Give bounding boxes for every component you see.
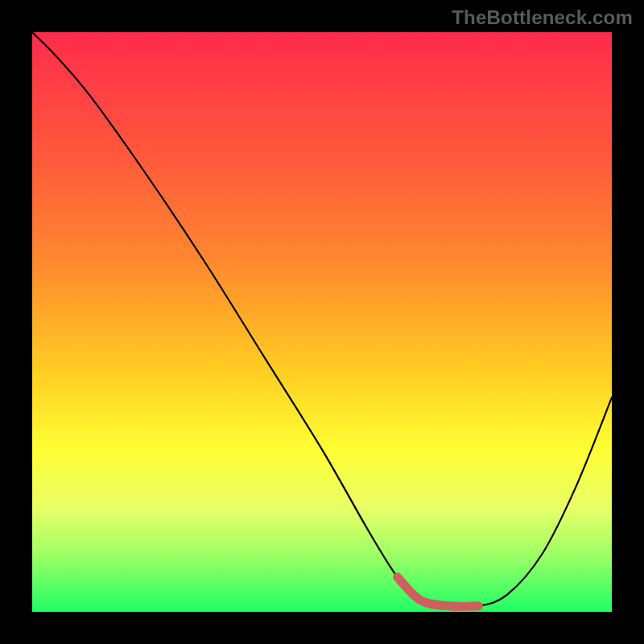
- bottleneck-curve: [32, 32, 612, 612]
- highlight-path: [398, 577, 479, 607]
- curve-path: [32, 32, 612, 607]
- plot-area: [32, 32, 612, 612]
- watermark-text: TheBottleneck.com: [452, 6, 633, 29]
- chart-frame: TheBottleneck.com: [0, 0, 644, 644]
